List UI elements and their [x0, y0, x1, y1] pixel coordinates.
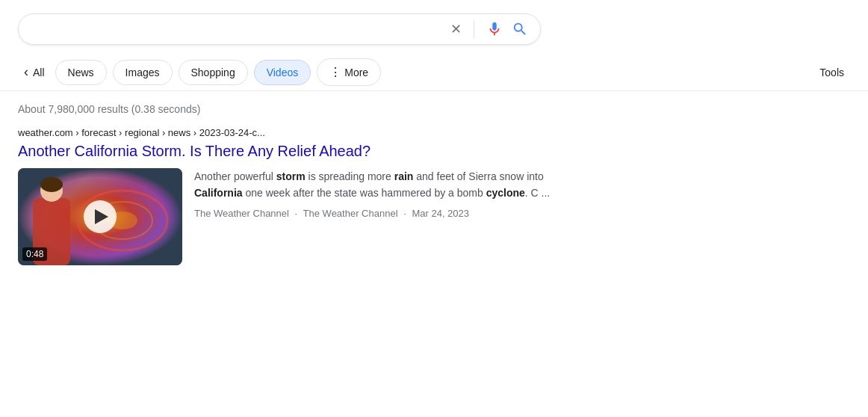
search-button-icon[interactable]: [512, 21, 528, 37]
microphone-icon[interactable]: [486, 21, 503, 37]
back-arrow-icon: ‹: [24, 64, 28, 80]
search-input[interactable]: california storm ahead: [31, 22, 444, 36]
tab-more[interactable]: ⋮ More: [317, 58, 381, 86]
dot-separator-2: ·: [403, 208, 406, 219]
search-bar-row: california storm ahead ✕: [0, 0, 868, 54]
clear-icon[interactable]: ✕: [450, 21, 462, 37]
all-tab-label[interactable]: All: [33, 67, 45, 78]
tab-more-label: More: [344, 67, 368, 78]
play-triangle-icon: [95, 209, 108, 224]
source-channel: The Weather Channel: [303, 208, 398, 219]
tools-button[interactable]: Tools: [813, 61, 850, 84]
result-body: 0:48 Another powerful storm is spreading…: [18, 168, 580, 265]
tab-videos-label: Videos: [267, 67, 299, 78]
video-duration: 0:48: [22, 247, 47, 261]
tab-images[interactable]: Images: [113, 60, 173, 85]
snippet-source: The Weather Channel · The Weather Channe…: [194, 208, 580, 219]
search-box: california storm ahead ✕: [18, 13, 541, 45]
tab-shopping[interactable]: Shopping: [179, 60, 248, 85]
result-title[interactable]: Another California Storm. Is There Any R…: [18, 141, 580, 161]
navigation-row: ‹ All News Images Shopping Videos ⋮ More…: [0, 54, 868, 91]
result-date: Mar 24, 2023: [412, 208, 469, 219]
play-button[interactable]: [84, 200, 117, 233]
tab-news[interactable]: News: [55, 60, 107, 85]
all-nav-back[interactable]: ‹ All: [18, 58, 51, 86]
results-info: About 7,980,000 results (0.38 seconds): [0, 91, 868, 121]
source-name: The Weather Channel: [194, 208, 289, 219]
search-icons: ✕: [450, 20, 528, 38]
tab-shopping-label: Shopping: [191, 67, 235, 78]
dot-separator-1: ·: [295, 208, 298, 219]
tab-videos[interactable]: Videos: [254, 60, 311, 85]
result-snippet: Another powerful storm is spreading more…: [194, 168, 580, 219]
dots-icon: ⋮: [329, 65, 341, 79]
result-item: weather.com › forecast › regional › news…: [0, 121, 598, 277]
divider: [474, 20, 474, 38]
video-thumbnail[interactable]: 0:48: [18, 168, 182, 265]
tab-images-label: Images: [125, 67, 160, 78]
result-url: weather.com › forecast › regional › news…: [18, 127, 580, 138]
tab-news-label: News: [68, 67, 94, 78]
snippet-text: Another powerful storm is spreading more…: [194, 168, 580, 202]
